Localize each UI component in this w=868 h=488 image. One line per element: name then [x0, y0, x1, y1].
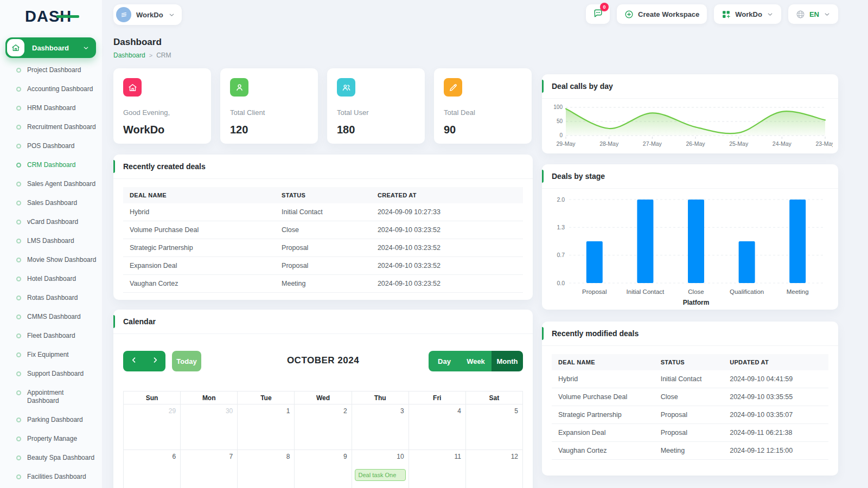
sidebar-item-crm-dashboard[interactable]: CRM Dashboard [0, 156, 102, 175]
calendar-view-day[interactable]: Day [429, 351, 460, 371]
sidebar-item-fix-equipment[interactable]: Fix Equipment [0, 345, 102, 364]
sidebar-item-parking-dashboard[interactable]: Parking Dashboard [0, 410, 102, 429]
svg-text:0.0: 0.0 [557, 280, 565, 286]
calendar-day-cell-1[interactable]: 1 [238, 404, 295, 450]
sidebar-item-cmms-dashboard[interactable]: CMMS Dashboard [0, 307, 102, 326]
circle-icon [16, 87, 21, 92]
calendar-event[interactable]: Deal task One [355, 469, 406, 481]
calendar-day-number: 8 [238, 450, 294, 460]
calendar-day-header: Fri [409, 391, 465, 404]
calendar-day-cell-4[interactable]: 4 [409, 404, 465, 450]
sidebar-item-sales-dashboard[interactable]: Sales Dashboard [0, 194, 102, 213]
workspace-label: WorkDo [136, 11, 163, 19]
calendar-day-cell-10[interactable]: 10Deal task One [352, 450, 409, 488]
table-cell: 2024-09-11 06:21:38 [723, 424, 828, 442]
card-title: Deal calls by day [552, 82, 613, 91]
topbar-actions: 0 Create Workspace WorkDo EN [586, 4, 838, 24]
main-area: WorkDo 0 Create Workspace WorkDo EN Dash… [102, 0, 868, 488]
calendar-day-cell-2[interactable]: 2 [295, 404, 352, 450]
calendar-day-cell-6[interactable]: 6 [124, 450, 181, 488]
table-cell: Vaughan Cortez [123, 275, 275, 293]
sidebar-item-lms-dashboard[interactable]: LMS Dashboard [0, 232, 102, 251]
calendar-day-cell-29[interactable]: 29 [124, 404, 181, 450]
sidebar-item-movie-show-dashboard[interactable]: Movie Show Dashboard [0, 251, 102, 269]
svg-text:0.7: 0.7 [557, 252, 565, 258]
calendar-day-cell-9[interactable]: 9 [295, 450, 352, 488]
circle-icon [16, 277, 21, 281]
sidebar-item-sales-agent-dashboard[interactable]: Sales Agent Dashboard [0, 175, 102, 194]
column-header: DEAL NAME [552, 354, 654, 370]
sidebar-item-accounting-dashboard[interactable]: Accounting Dashboard [0, 80, 102, 99]
calendar-day-number: 30 [181, 404, 237, 415]
sidebar-item-appointment-dashboard[interactable]: Appointment Dashboard [0, 383, 102, 410]
calendar-grid: SunMonTueWedThuFriSat293012345678910Deal… [123, 391, 523, 488]
sidebar-item-label: Fleet Dashboard [27, 332, 75, 340]
sidebar-item-recruitment-dashboard[interactable]: Recruitment Dashboard [0, 118, 102, 137]
create-workspace-button[interactable]: Create Workspace [617, 4, 707, 24]
sidebar-item-support-dashboard[interactable]: Support Dashboard [0, 364, 102, 383]
sidebar-item-label: Parking Dashboard [27, 416, 83, 424]
calendar-day-cell-8[interactable]: 8 [238, 450, 295, 488]
crm-dashboard-page: { "app": { "logo_text": "DASH" }, "sideb… [0, 0, 868, 488]
sidebar-item-project-dashboard[interactable]: Project Dashboard [0, 61, 102, 80]
sidebar-item-label: LMS Dashboard [27, 237, 74, 245]
sidebar-item-property-manage[interactable]: Property Manage [0, 429, 102, 448]
sidebar-item-dashboard[interactable]: Dashboard [5, 37, 96, 58]
calendar-day-header: Sat [465, 391, 522, 404]
table-cell: Volume Purchase Deal [123, 221, 275, 239]
plus-circle-icon [624, 10, 634, 19]
user-menu-label: WorkDo [735, 10, 762, 18]
calendar-view-week[interactable]: Week [460, 351, 492, 371]
calendar-day-number: 6 [124, 450, 180, 460]
user-menu-button[interactable]: WorkDo [714, 4, 781, 24]
stat-card-1: Total Client120 [220, 68, 318, 144]
table-cell: 2024-09-10 03:23:52 [371, 239, 523, 257]
column-header: DEAL NAME [123, 187, 275, 203]
sidebar-item-fleet-dashboard[interactable]: Fleet Dashboard [0, 326, 102, 345]
language-selector[interactable]: EN [788, 4, 838, 24]
table-cell: Strategic Partnership [123, 239, 275, 257]
circle-icon [16, 314, 21, 319]
create-workspace-label: Create Workspace [638, 10, 699, 18]
calendar-day-cell-3[interactable]: 3 [352, 404, 409, 450]
circle-icon [16, 455, 21, 460]
table-cell: Proposal [654, 424, 724, 442]
column-header: CREATED AT [371, 187, 523, 203]
calendar-day-number: 2 [295, 404, 351, 415]
sidebar-item-label: Sales Agent Dashboard [27, 180, 95, 188]
sidebar-item-hotel-dashboard[interactable]: Hotel Dashboard [0, 269, 102, 288]
card-header: Deal calls by day [542, 74, 838, 99]
sidebar-item-pos-dashboard[interactable]: POS Dashboard [0, 137, 102, 156]
table-cell: 2024-09-10 03:23:52 [371, 221, 523, 239]
calendar-day-cell-12[interactable]: 12 [465, 450, 522, 488]
breadcrumb: Dashboard > CRM [113, 52, 171, 59]
messages-button[interactable]: 0 [586, 4, 610, 24]
stat-value: 180 [337, 124, 415, 136]
sidebar-item-hrm-dashboard[interactable]: HRM Dashboard [0, 99, 102, 118]
calendar-day-cell-7[interactable]: 7 [181, 450, 238, 488]
svg-text:Initial Contact: Initial Contact [627, 288, 665, 295]
pencil-icon [444, 78, 462, 97]
home-icon [123, 78, 142, 97]
calendar-day-header: Mon [181, 391, 238, 404]
sidebar-item-rotas-dashboard[interactable]: Rotas Dashboard [0, 288, 102, 307]
created-deals-table: DEAL NAMESTATUSCREATED ATHybridInitial C… [123, 187, 523, 293]
table-cell: Vaughan Cortez [552, 442, 654, 460]
sidebar-item-vcard-dashboard[interactable]: vCard Dashboard [0, 213, 102, 232]
calendar-day-cell-5[interactable]: 5 [465, 404, 522, 450]
circle-icon [16, 371, 21, 376]
building-icon [116, 7, 131, 22]
stat-label: Good Evening, [123, 108, 201, 117]
stat-card-3: Total Deal90 [434, 68, 532, 144]
sidebar-item-beauty-spa-dashboard[interactable]: Beauty Spa Dashboard [0, 448, 102, 467]
sidebar-item-facilities-dashboard[interactable]: Facilities Dashboard [0, 467, 102, 486]
card-header: Recently created deals [113, 155, 533, 179]
calendar-view-month[interactable]: Month [492, 351, 523, 371]
calendar-day-number: 1 [238, 404, 294, 415]
workspace-switcher[interactable]: WorkDo [113, 4, 182, 25]
calendar-day-cell-11[interactable]: 11 [409, 450, 465, 488]
chevron-down-icon [767, 11, 774, 18]
calendar-day-cell-30[interactable]: 30 [181, 404, 238, 450]
circle-icon [16, 418, 21, 422]
breadcrumb-dashboard-link[interactable]: Dashboard [113, 52, 145, 59]
